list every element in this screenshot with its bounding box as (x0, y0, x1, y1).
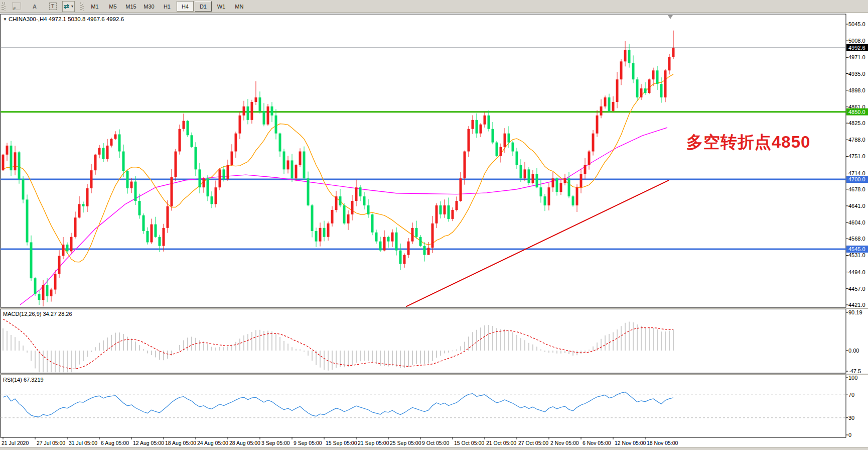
time-label: 6 Nov 05:00 (583, 440, 611, 446)
time-label: 3 Sep 05:00 (261, 440, 290, 446)
price-axis[interactable]: 5045.05008.04971.04935.04898.04861.04825… (846, 21, 868, 308)
svg-text:4714.0: 4714.0 (848, 170, 865, 176)
svg-text:100: 100 (848, 375, 857, 381)
time-label: 21 Sep 05:00 (358, 440, 389, 446)
time-label: 15 Sep 05:00 (326, 440, 357, 446)
time-label: 18 Aug 05:00 (165, 440, 196, 446)
time-axis[interactable]: 21 Jul 202027 Jul 05:0031 Jul 05:006 Aug… (2, 437, 678, 446)
time-label: 9 Oct 05:00 (422, 440, 449, 446)
panel-frames (0, 14, 868, 437)
svg-text:4678.0: 4678.0 (848, 186, 865, 192)
time-label: 27 Jul 05:00 (37, 440, 65, 446)
svg-text:4457.0: 4457.0 (848, 286, 865, 292)
rsi-indicator-label: RSI(14) 67.3219 (3, 377, 44, 383)
price-badge-4700.0: 4700.0 (848, 176, 865, 182)
collapse-triangle-icon[interactable]: ▼ (3, 17, 7, 22)
price-badge-4992.6: 4992.6 (848, 45, 865, 51)
time-label: 12 Nov 05:00 (615, 440, 646, 446)
time-label: 6 Aug 05:00 (101, 440, 129, 446)
time-label: 18 Nov 05:00 (647, 440, 678, 446)
svg-text:30: 30 (848, 415, 854, 421)
macd-indicator-label: MACD(12,26,9) 34.27 28.26 (3, 311, 72, 317)
chart-canvas[interactable]: 5045.05008.04971.04935.04898.04861.04825… (0, 0, 868, 450)
svg-text:5045.0: 5045.0 (848, 21, 865, 27)
mt4-chart-window: F A T ⇄ ▾ M1M5M15M30H1H4D1W1MN 5045.0500… (0, 0, 868, 450)
svg-text:-47.5: -47.5 (848, 368, 861, 374)
time-label: 24 Aug 05:00 (197, 440, 228, 446)
svg-text:4935.0: 4935.0 (848, 71, 865, 77)
svg-text:4531.0: 4531.0 (848, 252, 865, 258)
svg-text:4751.0: 4751.0 (848, 153, 865, 159)
chart-title: ▼CHINA300-,H4 4972.1 5030.8 4967.6 4992.… (3, 16, 124, 22)
svg-text:4788.0: 4788.0 (848, 137, 865, 143)
time-label: 28 Aug 05:00 (229, 440, 260, 446)
svg-text:4604.0: 4604.0 (848, 219, 865, 226)
time-label: 9 Sep 05:00 (294, 440, 322, 446)
svg-text:4898.0: 4898.0 (848, 87, 865, 93)
svg-text:4568.0: 4568.0 (848, 236, 865, 242)
svg-text:70: 70 (848, 392, 854, 398)
time-label: 27 Oct 05:00 (518, 440, 548, 446)
price-badge-4850.0: 4850.0 (848, 109, 865, 115)
time-label: 12 Aug 05:00 (133, 440, 164, 446)
time-label: 21 Jul 2020 (2, 440, 29, 446)
svg-text:4494.0: 4494.0 (848, 269, 865, 275)
time-label: 25 Sep 05:00 (390, 440, 421, 446)
svg-text:0.00: 0.00 (848, 348, 859, 354)
svg-text:4421.0: 4421.0 (848, 302, 865, 308)
svg-text:4825.0: 4825.0 (848, 120, 865, 126)
time-label: 15 Oct 05:00 (454, 440, 484, 446)
time-label: 2 Nov 05:00 (550, 440, 579, 446)
price-annotation-text: 多空转折点4850 (686, 131, 810, 154)
svg-text:90.19: 90.19 (848, 309, 862, 315)
price-badge-4545.0: 4545.0 (848, 246, 865, 252)
time-label: 21 Oct 05:00 (486, 440, 516, 446)
svg-text:0: 0 (848, 432, 851, 438)
time-label: 31 Jul 05:00 (69, 440, 97, 446)
svg-text:4641.0: 4641.0 (848, 203, 865, 209)
svg-text:5008.0: 5008.0 (848, 38, 865, 44)
status-strip (0, 447, 868, 450)
svg-text:4971.0: 4971.0 (848, 54, 865, 60)
